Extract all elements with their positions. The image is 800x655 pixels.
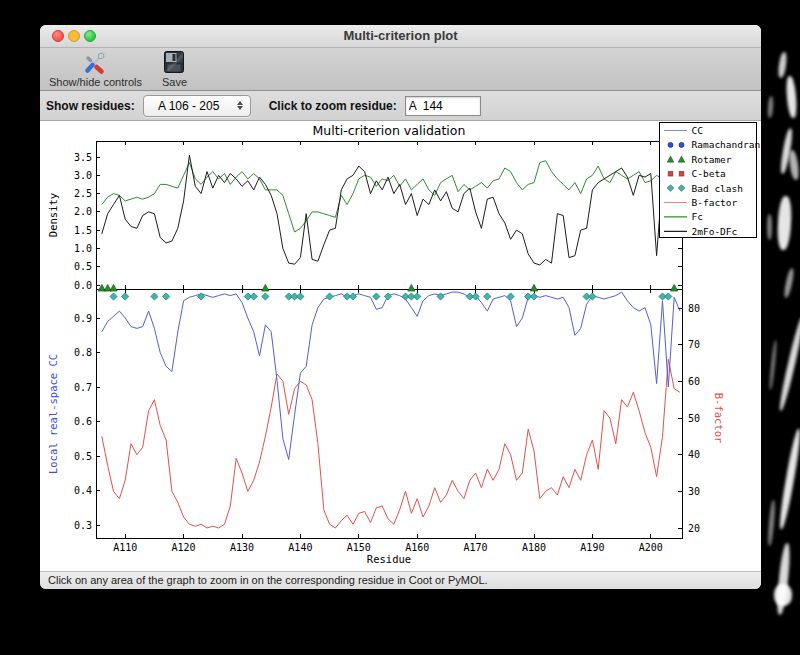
save-label: Save — [162, 76, 187, 88]
screenshot-artifact — [767, 500, 776, 546]
controls-row: Show residues: A 106 - 205 Click to zoom… — [40, 91, 761, 121]
svg-text:0.3: 0.3 — [74, 520, 92, 531]
svg-text:70: 70 — [688, 339, 700, 350]
svg-text:Rotamer: Rotamer — [692, 154, 732, 165]
screenshot-artifact — [777, 196, 793, 251]
screenshot-artifact — [777, 52, 788, 79]
svg-text:80: 80 — [688, 303, 700, 314]
svg-text:A140: A140 — [288, 542, 312, 553]
zoom-residue-label: Click to zoom residue: — [269, 99, 397, 113]
svg-text:0.5: 0.5 — [74, 451, 92, 462]
screenshot-artifact — [767, 214, 772, 240]
svg-text:Residue: Residue — [367, 553, 411, 565]
app-window: Multi-criterion plot Show/hide controls — [40, 25, 761, 589]
svg-text:CC: CC — [692, 125, 703, 136]
svg-text:A200: A200 — [639, 542, 663, 553]
screenshot-artifact — [783, 268, 795, 299]
screenshot-artifact — [777, 316, 800, 411]
svg-text:60: 60 — [688, 376, 700, 387]
svg-text:50: 50 — [688, 413, 700, 424]
svg-text:2.5: 2.5 — [74, 188, 92, 199]
residue-range-value: A 106 - 205 — [144, 99, 234, 113]
status-message: Click on any area of the graph to zoom i… — [48, 574, 488, 586]
screenshot-artifact — [768, 340, 777, 390]
screenshot-artifact — [774, 584, 792, 606]
show-hide-controls-button[interactable]: Show/hide controls — [46, 48, 145, 90]
svg-text:2mFo-DFc: 2mFo-DFc — [692, 226, 738, 237]
svg-text:0.0: 0.0 — [74, 280, 92, 291]
svg-text:Ramachandran: Ramachandran — [692, 139, 761, 150]
svg-text:A190: A190 — [580, 542, 604, 553]
svg-text:3.5: 3.5 — [74, 152, 92, 163]
svg-text:0.5: 0.5 — [74, 261, 92, 272]
svg-text:0.9: 0.9 — [74, 313, 92, 324]
svg-text:Fc: Fc — [692, 211, 703, 222]
save-icon — [162, 49, 186, 75]
svg-text:0.8: 0.8 — [74, 347, 92, 358]
svg-text:0.4: 0.4 — [74, 485, 92, 496]
svg-text:A170: A170 — [464, 542, 488, 553]
svg-text:A130: A130 — [230, 542, 254, 553]
toolbar: Show/hide controls Save — [40, 48, 761, 91]
svg-text:A180: A180 — [522, 542, 546, 553]
svg-text:Bad clash: Bad clash — [692, 183, 743, 194]
svg-text:1.5: 1.5 — [74, 225, 92, 236]
svg-text:Multi-criterion validation: Multi-criterion validation — [313, 123, 466, 138]
screen: Multi-criterion plot Show/hide controls — [0, 0, 800, 655]
plot-canvas[interactable]: A110A120A130A140A150A160A170A180A190A200… — [40, 121, 761, 571]
show-hide-controls-label: Show/hide controls — [49, 76, 142, 88]
screenshot-artifact — [788, 150, 800, 181]
legend: CCRamachandranRotamerC-betaBad clashB-fa… — [660, 123, 761, 238]
show-residues-label: Show residues: — [46, 99, 135, 113]
status-bar: Click on any area of the graph to zoom i… — [40, 571, 761, 589]
tools-icon — [82, 49, 108, 75]
svg-text:A150: A150 — [347, 542, 371, 553]
save-button[interactable]: Save — [159, 48, 190, 90]
svg-text:20: 20 — [688, 523, 700, 534]
zoom-residue-input[interactable] — [405, 96, 481, 116]
screenshot-artifact — [777, 428, 800, 530]
svg-text:30: 30 — [688, 486, 700, 497]
svg-text:0.6: 0.6 — [74, 416, 92, 427]
svg-text:A160: A160 — [405, 542, 429, 553]
svg-text:C-beta: C-beta — [692, 168, 726, 179]
svg-text:Density: Density — [47, 193, 59, 237]
svg-text:B-factor: B-factor — [713, 393, 725, 444]
screenshot-artifact — [785, 76, 798, 119]
svg-text:A110: A110 — [113, 542, 137, 553]
window-title: Multi-criterion plot — [40, 25, 761, 47]
svg-text:0.7: 0.7 — [74, 382, 92, 393]
stepper-arrows-icon[interactable] — [234, 99, 247, 113]
screenshot-artifact — [767, 96, 774, 118]
svg-text:2.0: 2.0 — [74, 206, 92, 217]
svg-text:B-factor: B-factor — [692, 197, 738, 208]
svg-text:Local real-space CC: Local real-space CC — [47, 354, 59, 474]
residue-range-combobox[interactable]: A 106 - 205 — [143, 95, 251, 117]
svg-text:3.0: 3.0 — [74, 170, 92, 181]
svg-text:1.0: 1.0 — [74, 243, 92, 254]
svg-text:A120: A120 — [172, 542, 196, 553]
svg-text:40: 40 — [688, 449, 700, 460]
title-bar[interactable]: Multi-criterion plot — [40, 25, 761, 48]
